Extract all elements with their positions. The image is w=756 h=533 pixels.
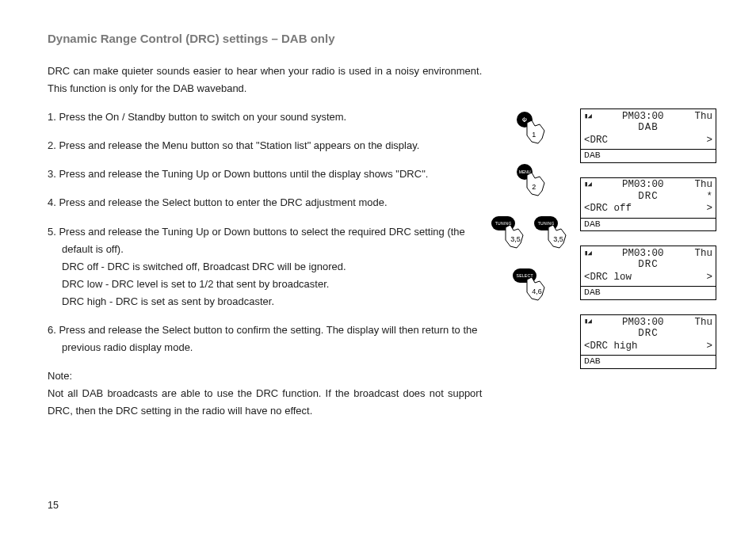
step-6-line1: 6. Press and release the Select button t… <box>48 322 482 339</box>
arrow-right-icon: > <box>706 341 712 352</box>
lcd-title: DRC <box>584 260 712 272</box>
manual-page: Dynamic Range Control (DRC) settings – D… <box>0 0 756 533</box>
press-icon-tuning-row: TUNING 3,5 TUNING 3,5 <box>491 215 571 259</box>
lcd-screen-4: ▮◢ PM03:00 Thu DRC <DRC high > DAB <box>580 314 716 369</box>
lcd-header-row: ▮◢ PM03:00 Thu <box>584 317 712 329</box>
star-icon: * <box>706 192 712 203</box>
signal-icon: ▮◢ <box>584 318 591 326</box>
signal-icon: ▮◢ <box>584 250 591 258</box>
body-text-column: DRC can make quieter sounds easier to he… <box>48 63 482 432</box>
step-5-line3: DRC off - DRC is switched off, Broadcast… <box>48 258 482 276</box>
lcd-screen-2: ▮◢ PM03:00 Thu DRC * <DRC off > DAB <box>580 177 716 232</box>
intro-paragraph: DRC can make quieter sounds easier to he… <box>48 63 482 97</box>
note-block: Note: Not all DAB broadcasts are able to… <box>48 367 482 420</box>
arrow-left-icon: < <box>584 135 590 146</box>
note-label: Note: <box>48 367 482 385</box>
icon-step-number: 3,5 <box>553 235 563 243</box>
lcd-title: DRC <box>584 329 712 341</box>
lcd-time: PM03:00 <box>622 180 664 191</box>
lcd-header-row: ▮◢ PM03:00 Thu <box>584 111 712 123</box>
press-icon-tuning-down: TUNING 3,5 <box>491 215 528 259</box>
lcd-footer: DAB <box>581 355 716 368</box>
icon-step-number: 1 <box>532 131 536 139</box>
arrow-right-icon: > <box>706 135 712 147</box>
lcd-header-row: ▮◢ PM03:00 Thu <box>584 180 712 192</box>
lcd-screen-3: ▮◢ PM03:00 Thu DRC <DRC low > DAB <box>580 246 716 300</box>
lcd-title: DAB <box>584 123 712 135</box>
lcd-option-row: <DRC low > <box>584 272 712 284</box>
step-4: 4. Press and release the Select button t… <box>48 194 482 211</box>
content-columns: DRC can make quieter sounds easier to he… <box>48 63 716 432</box>
lcd-option: DRC off <box>590 203 632 214</box>
step-5-line4: DRC low - DRC level is set to 1/2 that s… <box>48 276 482 293</box>
step-5-line1: 5. Press and release the Tuning Up or Do… <box>48 223 482 241</box>
arrow-left-icon: < <box>584 203 590 214</box>
step-6-line2: previous radio display mode. <box>48 339 482 356</box>
lcd-option-row: <DRC high > <box>584 341 712 352</box>
page-number: 15 <box>48 500 59 511</box>
icon-step-number: 2 <box>532 183 536 191</box>
step-5-line2: default is off). <box>48 241 482 258</box>
lcd-option-row: <DRC > <box>584 135 712 147</box>
lcd-option: DRC high <box>590 341 638 352</box>
lcd-day: Thu <box>694 180 712 191</box>
step-3: 3. Press and release the Tuning Up or Do… <box>48 166 482 183</box>
lcd-option: DRC <box>590 135 609 146</box>
press-icon-power: ⏻ 1 <box>513 110 549 154</box>
step-2: 2. Press and release the Menu button so … <box>48 137 482 154</box>
lcd-footer: DAB <box>581 149 716 162</box>
arrow-left-icon: < <box>584 272 590 283</box>
lcd-day: Thu <box>694 318 712 329</box>
arrow-right-icon: > <box>706 272 712 284</box>
press-icon-menu: MENU 2 <box>513 162 549 207</box>
arrow-right-icon: > <box>706 204 712 215</box>
step-5: 5. Press and release the Tuning Up or Do… <box>48 223 482 310</box>
lcd-time: PM03:00 <box>622 249 664 260</box>
signal-icon: ▮◢ <box>584 181 591 189</box>
button-icons-column: ⏻ 1 MENU 2 TUNING 3,5 <box>488 63 574 432</box>
lcd-screens-column: ▮◢ PM03:00 Thu DAB <DRC > DAB ▮◢ <box>580 63 716 432</box>
press-icon-tuning-up: TUNING 3,5 <box>534 215 571 259</box>
lcd-option-row: <DRC off > <box>584 204 712 215</box>
lcd-title-row: DRC * <box>584 192 712 204</box>
lcd-screen-1: ▮◢ PM03:00 Thu DAB <DRC > DAB <box>580 109 716 163</box>
lcd-time: PM03:00 <box>622 112 664 123</box>
section-title: Dynamic Range Control (DRC) settings – D… <box>48 32 716 45</box>
signal-icon: ▮◢ <box>584 113 591 121</box>
step-6: 6. Press and release the Select button t… <box>48 322 482 356</box>
lcd-day: Thu <box>694 249 712 260</box>
step-5-line5: DRC high - DRC is set as sent by broadca… <box>48 293 482 310</box>
icon-step-number: 4,6 <box>532 287 542 295</box>
lcd-time: PM03:00 <box>622 318 664 329</box>
step-1: 1. Press the On / Standby button to swit… <box>48 109 482 126</box>
lcd-title: DRC <box>590 192 707 204</box>
lcd-footer: DAB <box>581 218 716 231</box>
lcd-option: DRC low <box>590 272 632 283</box>
press-icon-select: SELECT 4,6 <box>513 267 549 311</box>
note-body: Not all DAB broadcasts are able to use t… <box>48 385 482 420</box>
lcd-header-row: ▮◢ PM03:00 Thu <box>584 248 712 260</box>
arrow-left-icon: < <box>584 341 590 352</box>
icon-step-number: 3,5 <box>510 235 521 243</box>
lcd-footer: DAB <box>581 286 716 299</box>
lcd-day: Thu <box>694 112 712 123</box>
